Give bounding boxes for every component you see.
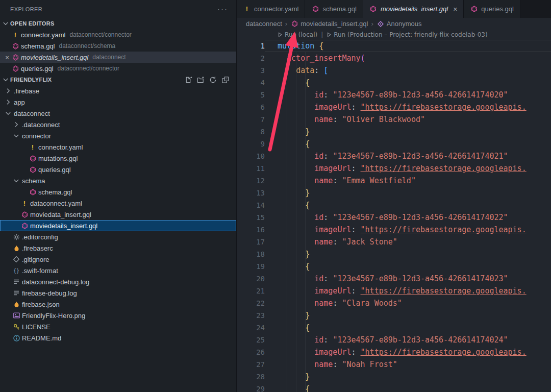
- tab-label: schema.gql: [322, 5, 356, 13]
- code-text[interactable]: actor_insertMany(: [265, 52, 551, 64]
- code-text[interactable]: id: "123e4567-e89b-12d3-a456-42661417402…: [265, 211, 551, 224]
- code-text[interactable]: mutation {: [265, 40, 551, 52]
- code-text[interactable]: {: [265, 322, 551, 334]
- open-editor-schema.gql[interactable]: schema.gqldataconnect/schema: [0, 40, 236, 52]
- code-text[interactable]: id: "123e4567-e89b-12d3-a456-42661417402…: [265, 89, 551, 101]
- line-number: 24: [237, 322, 265, 334]
- breadcrumb-dataconnect[interactable]: dataconnect: [246, 20, 282, 28]
- code-text[interactable]: }: [265, 309, 551, 322]
- code-text[interactable]: {: [265, 77, 551, 89]
- folder-dataconnect[interactable]: dataconnect: [0, 108, 236, 119]
- file-schema.gql[interactable]: schema.gql: [0, 186, 236, 198]
- open-editor-connector.yaml[interactable]: !connector.yamldataconnect/connector: [0, 29, 236, 40]
- codelens-run-local[interactable]: Run (local): [278, 31, 317, 38]
- tab-schema.gql[interactable]: schema.gql: [305, 0, 363, 18]
- code-text[interactable]: }: [265, 248, 551, 260]
- code-text[interactable]: name: "Oliver Blackwood": [265, 113, 551, 126]
- git-icon: [12, 256, 20, 262]
- file-.editorconfig[interactable]: .editorconfig: [0, 231, 236, 242]
- file-moviedata_insert.gql[interactable]: moviedata_insert.gql: [0, 209, 236, 220]
- file-.gitignore[interactable]: .gitignore: [0, 254, 236, 265]
- code-text[interactable]: imageUrl: "https://firebasestorage.googl…: [265, 224, 551, 236]
- close-editor-icon[interactable]: ×: [3, 54, 11, 61]
- open-editors-header[interactable]: OPEN EDITORS: [0, 18, 236, 29]
- code-text[interactable]: id: "123e4567-e89b-12d3-a456-42661417402…: [265, 334, 551, 346]
- code-line-3: 3 data: [: [237, 64, 551, 77]
- line-number: 6: [237, 101, 265, 113]
- new-file-icon[interactable]: [185, 76, 192, 84]
- close-tab-icon[interactable]: ×: [453, 5, 457, 13]
- code-line-22: 22 name: "Clara Woods": [237, 297, 551, 309]
- code-line-26: 26 imageUrl: "https://firebasestorage.go…: [237, 346, 551, 358]
- code-text[interactable]: {: [265, 138, 551, 150]
- file-README.md[interactable]: README.md: [0, 332, 236, 344]
- code-text[interactable]: name: "Jack Stone": [265, 236, 551, 248]
- tab-queries.gql[interactable]: queries.gql: [464, 0, 520, 18]
- line-number: 22: [237, 297, 265, 309]
- graphql-icon: [11, 54, 19, 61]
- folder-schema[interactable]: schema: [0, 175, 236, 186]
- code-text[interactable]: id: "123e4567-e89b-12d3-a456-42661417402…: [265, 150, 551, 162]
- tab-label: queries.gql: [481, 5, 514, 13]
- code-line-10: 10 id: "123e4567-e89b-12d3-a456-42661417…: [237, 150, 551, 162]
- open-editor-queries.gql[interactable]: queries.gqldataconnect/connector: [0, 63, 236, 74]
- chevron-down-icon: [2, 76, 10, 84]
- line-number: 14: [237, 199, 265, 211]
- file-FriendlyFlix-Hero.png[interactable]: FriendlyFlix-Hero.png: [0, 310, 236, 321]
- code-line-9: 9 {: [237, 138, 551, 150]
- code-text[interactable]: id: "123e4567-e89b-12d3-a456-42661417402…: [265, 273, 551, 285]
- line-number: 25: [237, 334, 265, 346]
- breadcrumb: dataconnect›moviedetails_insert.gql›Anon…: [237, 18, 551, 30]
- file-dataconnect.yaml[interactable]: !dataconnect.yaml: [0, 198, 236, 209]
- folder-.dataconnect[interactable]: .dataconnect: [0, 119, 236, 130]
- file-connector.yaml[interactable]: !connector.yaml: [0, 141, 236, 153]
- file-LICENSE[interactable]: LICENSE: [0, 321, 236, 332]
- breadcrumb-Anonymous[interactable]: Anonymous: [377, 20, 422, 28]
- code-text[interactable]: imageUrl: "https://firebasestorage.googl…: [265, 346, 551, 358]
- workspace-header[interactable]: FRIENDLYFLIX: [0, 74, 236, 85]
- file-queries.gql[interactable]: queries.gql: [0, 164, 236, 175]
- workspace-label: FRIENDLYFLIX: [10, 77, 52, 83]
- code-text[interactable]: data: [: [265, 64, 551, 77]
- chevron-down-icon: [12, 177, 20, 185]
- file-.firebaserc[interactable]: .firebaserc: [0, 242, 236, 254]
- code-text[interactable]: {: [265, 383, 551, 392]
- more-actions-icon[interactable]: ···: [217, 7, 228, 12]
- code-text[interactable]: {: [265, 260, 551, 273]
- codelens-separator: |: [321, 31, 323, 38]
- tab-connector.yaml[interactable]: !connector.yaml: [237, 0, 305, 18]
- collapse-all-icon[interactable]: [221, 76, 229, 84]
- file-moviedetails_insert.gql[interactable]: moviedetails_insert.gql: [0, 220, 236, 231]
- open-editor-moviedetails_insert.gql[interactable]: ×moviedetails_insert.gqldataconnect: [0, 52, 236, 63]
- code-text[interactable]: name: "Clara Woods": [265, 297, 551, 309]
- editor-region: !connector.yamlschema.gqlmoviedetails_in…: [236, 0, 551, 392]
- code-editor[interactable]: 1mutation {2 actor_insertMany(3 data: [4…: [237, 40, 551, 392]
- file-dataconnect-debug.log[interactable]: dataconnect-debug.log: [0, 276, 236, 287]
- file-mutations.gql[interactable]: mutations.gql: [0, 153, 236, 164]
- code-text[interactable]: }: [265, 126, 551, 138]
- code-text[interactable]: imageUrl: "https://firebasestorage.googl…: [265, 101, 551, 113]
- folder-.firebase[interactable]: .firebase: [0, 85, 236, 96]
- warning-icon: !: [29, 143, 37, 151]
- line-number: 16: [237, 224, 265, 236]
- code-text[interactable]: name: "Noah Frost": [265, 358, 551, 371]
- graphql-icon: [311, 6, 319, 12]
- code-text[interactable]: }: [265, 187, 551, 199]
- code-line-1: 1mutation {: [237, 40, 551, 52]
- new-folder-icon[interactable]: [197, 76, 205, 84]
- code-text[interactable]: imageUrl: "https://firebasestorage.googl…: [265, 285, 551, 297]
- code-text[interactable]: name: "Emma Westfield": [265, 175, 551, 187]
- file-firebase-debug.log[interactable]: firebase-debug.log: [0, 287, 236, 299]
- code-text[interactable]: {: [265, 199, 551, 211]
- breadcrumb-moviedetails_insert.gql[interactable]: moviedetails_insert.gql: [290, 20, 368, 28]
- folder-connector[interactable]: connector: [0, 130, 236, 141]
- file-firebase.json[interactable]: firebase.json: [0, 299, 236, 310]
- tab-moviedetails_insert.gql[interactable]: moviedetails_insert.gql×: [363, 0, 464, 18]
- folder-app[interactable]: app: [0, 96, 236, 108]
- refresh-icon[interactable]: [209, 76, 217, 84]
- code-text[interactable]: }: [265, 371, 551, 383]
- codelens-run-production[interactable]: Run (Production – Project: friendly-flix…: [327, 31, 487, 38]
- code-line-21: 21 imageUrl: "https://firebasestorage.go…: [237, 285, 551, 297]
- code-text[interactable]: imageUrl: "https://firebasestorage.googl…: [265, 162, 551, 175]
- file-.swift-format[interactable]: {}.swift-format: [0, 265, 236, 276]
